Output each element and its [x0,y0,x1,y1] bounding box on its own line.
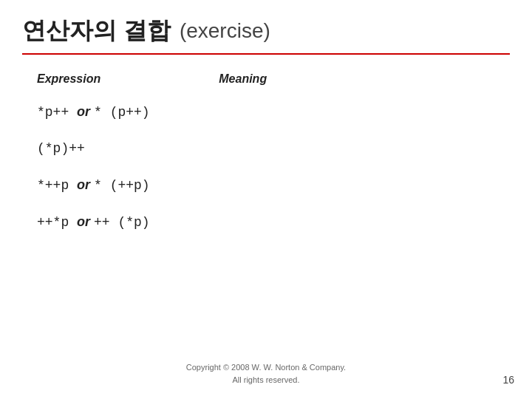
col-meaning-header: Meaning [219,72,267,86]
expr1-meaning: * (p++) [94,105,150,120]
expr4-meaning: ++ (*p) [94,215,150,230]
expr1-code: *p++ [37,105,69,120]
content-area: Expression Meaning *p++ or * (p++) (*p)+… [22,65,510,256]
expr3-or: or [77,177,94,192]
expression-row-1: *p++ or * (p++) [37,102,495,123]
expression-row-3: *++p or * (++p) [37,175,495,196]
footer-line2: All rights reserved. [0,374,532,386]
expr4-code: ++*p [37,215,69,230]
expr2-code: (*p)++ [37,141,85,156]
expr1-or: or [77,104,94,119]
page-number: 16 [502,374,514,386]
table-header: Expression Meaning [37,72,495,86]
slide-container: 연산자의 결합 (exercise) Expression Meaning *p… [0,0,532,399]
title-korean: 연산자의 결합 [22,15,171,47]
expr3-meaning: * (++p) [94,178,150,193]
expr4-or: or [77,214,94,229]
expression-row-4: ++*p or ++ (*p) [37,212,495,233]
title-section: 연산자의 결합 (exercise) [22,15,510,55]
expr3-code: *++p [37,178,69,193]
expression-row-2: (*p)++ [37,139,495,159]
footer-line1: Copyright © 2008 W. W. Norton & Company. [0,361,532,374]
col-expression-header: Expression [37,72,100,86]
footer: Copyright © 2008 W. W. Norton & Company.… [0,361,532,386]
title-english: (exercise) [180,19,270,43]
